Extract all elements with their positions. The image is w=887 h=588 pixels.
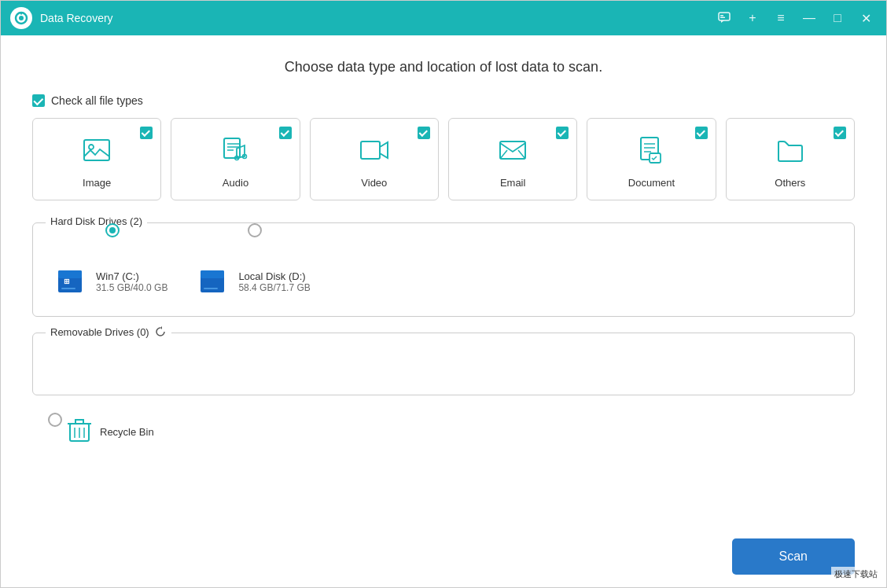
window-controls: + ≡ — □ ✕ (713, 7, 877, 29)
video-label: Video (361, 177, 387, 189)
maximize-button[interactable]: □ (826, 7, 848, 29)
svg-rect-16 (58, 270, 82, 278)
drive-c-body: ⊞ Win7 (C:) 31.5 GB/40.0 GB (57, 266, 167, 297)
title-bar: Data Recovery + ≡ — □ ✕ (1, 1, 886, 35)
svg-rect-4 (720, 15, 723, 17)
drive-d-body: Local Disk (D:) 58.4 GB/71.7 GB (199, 266, 310, 297)
refresh-icon[interactable] (154, 325, 167, 338)
drive-c-wrapper[interactable]: ⊞ Win7 (C:) 31.5 GB/40.0 GB (57, 242, 167, 297)
drive-c-info: Win7 (C:) 31.5 GB/40.0 GB (96, 270, 167, 293)
add-button[interactable]: + (742, 7, 764, 29)
menu-button[interactable]: ≡ (770, 7, 792, 29)
chat-button[interactable] (713, 7, 735, 29)
hard-disk-label: Hard Disk Drives (2) (50, 215, 142, 227)
file-type-video[interactable]: Video (310, 118, 439, 200)
app-window: Data Recovery + ≡ — □ ✕ Choose data type… (0, 0, 887, 588)
email-label: Email (500, 177, 526, 189)
video-checkbox[interactable] (418, 127, 430, 139)
close-button[interactable]: ✕ (855, 7, 877, 29)
svg-rect-11 (361, 141, 380, 159)
app-logo (10, 7, 32, 29)
email-checkbox[interactable] (556, 127, 569, 139)
others-icon (771, 131, 809, 169)
drive-d-size: 58.4 GB/71.7 GB (238, 282, 310, 293)
recycle-radio[interactable] (48, 413, 62, 427)
image-label: Image (83, 177, 111, 189)
drive-d-radio[interactable] (248, 223, 262, 237)
recycle-bin-label: Recycle Bin (100, 426, 154, 438)
footer: Scan (1, 531, 886, 587)
hard-disk-section: Hard Disk Drives (2) (32, 222, 855, 317)
svg-rect-18 (61, 288, 75, 289)
file-type-others[interactable]: Others (726, 118, 855, 200)
hard-disk-legend: Hard Disk Drives (2) (46, 215, 147, 227)
svg-rect-20 (201, 270, 224, 278)
audio-checkbox[interactable] (279, 127, 292, 139)
drive-d-info: Local Disk (D:) 58.4 GB/71.7 GB (238, 270, 310, 293)
check-all-checkbox[interactable] (32, 94, 45, 107)
file-type-image[interactable]: Image (32, 118, 161, 200)
removable-legend: Removable Drives (0) (46, 325, 171, 338)
video-icon (355, 131, 393, 169)
file-type-email[interactable]: Email (448, 118, 577, 200)
email-icon (494, 131, 532, 169)
drive-c-size: 31.5 GB/40.0 GB (96, 282, 167, 293)
file-type-document[interactable]: Document (587, 118, 716, 200)
svg-rect-6 (84, 140, 109, 160)
image-icon (78, 131, 116, 169)
document-label: Document (628, 177, 675, 189)
svg-rect-21 (204, 288, 218, 289)
removable-label: Removable Drives (0) (50, 326, 149, 338)
page-title: Choose data type and location of lost da… (32, 59, 855, 75)
file-types-container: Image Audio (32, 118, 855, 200)
document-icon (632, 131, 670, 169)
drive-c-icon: ⊞ (57, 266, 88, 297)
minimize-button[interactable]: — (798, 7, 820, 29)
app-title: Data Recovery (40, 12, 713, 24)
svg-text:⊞: ⊞ (64, 277, 70, 285)
audio-icon (216, 131, 254, 169)
drive-d-name: Local Disk (D:) (238, 270, 310, 282)
drive-c-name: Win7 (C:) (96, 270, 167, 282)
others-checkbox[interactable] (834, 127, 846, 139)
drive-d-icon (199, 266, 230, 297)
main-content: Choose data type and location of lost da… (1, 35, 886, 531)
drive-c-radio[interactable] (105, 223, 120, 237)
drives-row: ⊞ Win7 (C:) 31.5 GB/40.0 GB (49, 236, 838, 303)
recycle-bin-icon (67, 416, 92, 447)
check-all-row[interactable]: Check all file types (32, 94, 855, 107)
document-checkbox[interactable] (695, 127, 708, 139)
svg-point-1 (19, 16, 24, 20)
image-checkbox[interactable] (140, 127, 153, 139)
svg-point-7 (89, 145, 94, 149)
check-all-label: Check all file types (51, 94, 143, 107)
removable-section: Removable Drives (0) (32, 333, 855, 395)
svg-rect-12 (500, 141, 525, 159)
recycle-row[interactable]: Recycle Bin (32, 411, 855, 447)
file-type-audio[interactable]: Audio (171, 118, 300, 200)
svg-rect-3 (719, 13, 730, 20)
drive-d-wrapper[interactable]: Local Disk (D:) 58.4 GB/71.7 GB (199, 242, 310, 297)
others-label: Others (775, 177, 805, 189)
watermark: 极速下载站 (831, 567, 881, 582)
audio-label: Audio (223, 177, 248, 189)
svg-rect-5 (720, 17, 725, 19)
